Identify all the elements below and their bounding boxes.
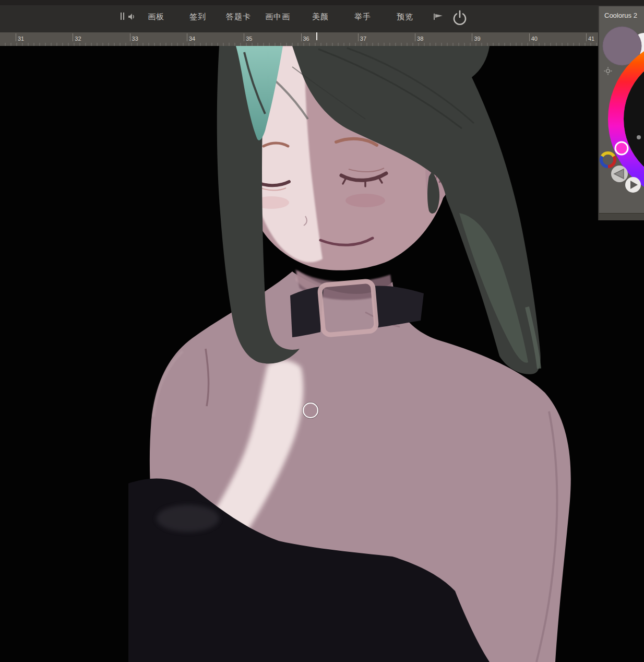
coolorus-panel-footer: [598, 213, 644, 220]
ruler-number: 41: [588, 36, 594, 42]
power-button[interactable]: [451, 9, 469, 30]
flag-icon[interactable]: [433, 13, 444, 23]
brush-cursor: [303, 403, 318, 418]
ruler-tick: [472, 33, 472, 41]
ruler-number: 40: [531, 36, 538, 42]
ruler-tick: [244, 33, 244, 41]
ruler-number: 36: [303, 36, 309, 42]
coolorus-widgets: [599, 6, 644, 213]
wheel-mode-icon[interactable]: [604, 67, 612, 75]
ruler-number: 31: [18, 36, 24, 42]
ruler-number: 32: [75, 36, 81, 42]
hue-ring-selector[interactable]: [615, 142, 628, 155]
toolbar: 画板 签到 答题卡 画中画 美颜 举手 预览: [0, 5, 644, 32]
ruler-tick: [73, 33, 73, 41]
power-glyph: [451, 9, 469, 28]
ruler-number: 34: [189, 36, 195, 42]
artwork-illustration: [0, 46, 644, 662]
ruler-tick: [529, 33, 530, 41]
toolbar-button-preview[interactable]: 预览: [397, 9, 413, 25]
speaker-icon[interactable]: [128, 13, 136, 22]
ruler-number: 39: [474, 36, 480, 42]
toolbar-button-beauty[interactable]: 美颜: [312, 9, 329, 25]
ruler-number: 37: [360, 36, 366, 42]
ruler-tick: [586, 33, 587, 41]
toolbar-button-answercard[interactable]: 答题卡: [226, 9, 251, 25]
painting-app-window: 画板 签到 答题卡 画中画 美颜 举手 预览 31323334353637383…: [0, 0, 644, 662]
panel-title: Coolorus 2: [604, 11, 644, 19]
ruler-tick: [187, 33, 187, 41]
window-top-strip: [0, 0, 644, 5]
ruler-tick: [301, 33, 302, 41]
blush-right: [345, 194, 385, 207]
speaker-glyph: [128, 13, 136, 20]
rgb-wheel-icon[interactable]: [601, 153, 615, 167]
black-top-sheen: [157, 505, 219, 532]
ruler-number: 38: [417, 36, 423, 42]
horizontal-ruler[interactable]: 3132333435363738394041: [0, 32, 644, 46]
paint-canvas[interactable]: [0, 46, 644, 662]
toolbar-button-artboard[interactable]: 画板: [148, 9, 164, 25]
drag-handle-glyph: [121, 12, 125, 20]
ruler-tick: [130, 33, 130, 41]
coolorus-panel: Coolorus 2: [598, 6, 644, 213]
drag-handle-icon[interactable]: [121, 12, 125, 22]
triangle-mode-button[interactable]: [611, 166, 628, 182]
ruler-number: 35: [246, 36, 252, 42]
ruler-cursor-marker: [316, 32, 317, 40]
ruler-tick: [415, 33, 415, 41]
toolbar-button-raisehand[interactable]: 举手: [354, 9, 371, 25]
flag-glyph: [433, 13, 444, 21]
toolbar-button-checkin[interactable]: 签到: [189, 9, 206, 25]
toolbar-button-pip[interactable]: 画中画: [265, 9, 290, 25]
ruler-number: 33: [132, 36, 138, 42]
ruler-tick: [16, 33, 16, 41]
sb-cursor-dot[interactable]: [637, 135, 641, 139]
ruler-tick: [358, 33, 359, 41]
play-button[interactable]: [625, 177, 641, 193]
